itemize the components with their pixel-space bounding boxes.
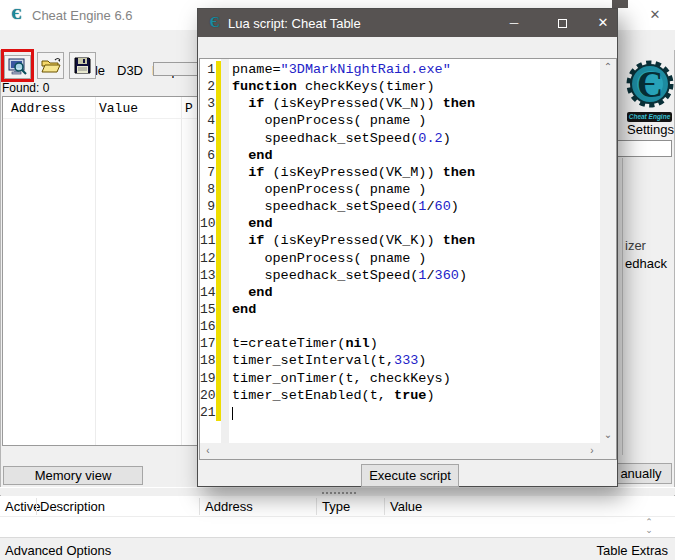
code-text[interactable]: function checkKeys(timer) <box>229 78 435 95</box>
enable-speedhack-label-fragment[interactable]: edhack <box>625 256 667 271</box>
editor-line[interactable]: 15end <box>200 301 599 318</box>
line-number: 14 <box>200 284 216 301</box>
table-scroll-arrows[interactable]: ⌃⌄ <box>643 518 655 534</box>
add-address-manually-button-partial[interactable]: anually <box>610 463 672 484</box>
editor-line[interactable]: 19timer_onTimer(t, checkKeys) <box>200 370 599 387</box>
select-process-button[interactable] <box>4 55 31 79</box>
splitter-grip-dots[interactable] <box>322 492 356 494</box>
editor-horizontal-scrollbar[interactable]: ‹ › <box>200 443 600 459</box>
cheat-table-list[interactable] <box>0 517 675 537</box>
gutter-gap <box>221 352 229 369</box>
scroll-left-icon[interactable]: ‹ <box>200 443 216 459</box>
ct-header-description[interactable]: Description <box>40 499 105 514</box>
line-number: 17 <box>200 335 216 352</box>
line-number: 18 <box>200 352 216 369</box>
editor-line[interactable]: 9 speedhack_setSpeed(1/60) <box>200 198 599 215</box>
line-number: 5 <box>200 130 216 147</box>
editor-line[interactable]: 7 if (isKeyPressed(VK_M)) then <box>200 164 599 181</box>
editor-line[interactable]: 4 openProcess( pname ) <box>200 112 599 129</box>
panel-splitter[interactable] <box>0 487 675 495</box>
code-text[interactable]: speedhack_setSpeed(1/60) <box>229 198 459 215</box>
editor-line[interactable]: 14 end <box>200 284 599 301</box>
code-text[interactable]: pname="3DMarkNightRaid.exe" <box>229 61 451 78</box>
editor-line[interactable]: 1pname="3DMarkNightRaid.exe" <box>200 61 599 78</box>
column-divider <box>36 498 37 515</box>
code-text[interactable]: t=createTimer(nil) <box>229 335 378 352</box>
code-text[interactable]: speedhack_setSpeed(1/360) <box>229 267 467 284</box>
gutter-gap <box>221 284 229 301</box>
line-number: 4 <box>200 112 216 129</box>
gutter-gap <box>221 95 229 112</box>
editor-line[interactable]: 20timer_setEnabled(t, true) <box>200 387 599 404</box>
open-folder-icon <box>41 57 61 74</box>
code-text[interactable]: openProcess( pname ) <box>229 250 426 267</box>
editor-line[interactable]: 3 if (isKeyPressed(VK_N)) then <box>200 95 599 112</box>
editor-line[interactable]: 11 if (isKeyPressed(VK_K)) then <box>200 232 599 249</box>
gutter-gap <box>221 112 229 129</box>
table-extras-link[interactable]: Table Extras <box>596 543 668 558</box>
code-text[interactable]: timer_onTimer(t, checkKeys) <box>229 370 451 387</box>
code-text[interactable]: openProcess( pname ) <box>229 112 426 129</box>
lua-maximize-button[interactable] <box>541 9 583 37</box>
found-header-address[interactable]: Address <box>11 101 66 116</box>
editor-lines[interactable]: 1pname="3DMarkNightRaid.exe"2function ch… <box>200 61 599 443</box>
editor-line[interactable]: 18timer_setInterval(t,333) <box>200 352 599 369</box>
code-text[interactable]: end <box>229 284 273 301</box>
editor-line[interactable]: 10 end <box>200 215 599 232</box>
editor-line[interactable]: 6 end <box>200 147 599 164</box>
save-cheat-table-button[interactable] <box>69 52 96 79</box>
memory-view-button[interactable]: Memory view <box>3 466 143 485</box>
editor-line[interactable]: 13 speedhack_setSpeed(1/360) <box>200 267 599 284</box>
open-cheat-table-button[interactable] <box>37 52 64 79</box>
code-text[interactable]: if (isKeyPressed(VK_M)) then <box>229 164 475 181</box>
scrollbar-corner <box>600 443 616 459</box>
code-text[interactable] <box>229 404 233 421</box>
lua-minimize-button[interactable]: ─ <box>493 9 535 37</box>
code-text[interactable]: if (isKeyPressed(VK_K)) then <box>229 232 475 249</box>
main-close-button[interactable]: ✕ <box>640 4 670 26</box>
select-process-icon <box>8 58 27 76</box>
ct-header-type[interactable]: Type <box>322 499 350 514</box>
line-number: 10 <box>200 215 216 232</box>
background-window-fragment <box>612 0 628 8</box>
found-header-previous[interactable]: P <box>185 101 193 116</box>
code-text[interactable]: timer_setInterval(t,333) <box>229 352 426 369</box>
unrandomizer-label-fragment[interactable]: izer <box>625 238 646 253</box>
editor-line[interactable]: 8 openProcess( pname ) <box>200 181 599 198</box>
editor-line[interactable]: 5 speedhack_setSpeed(0.2) <box>200 130 599 147</box>
scroll-up-icon[interactable]: ⌃ <box>600 59 616 75</box>
gutter-gap <box>221 301 229 318</box>
code-text[interactable]: end <box>229 301 256 318</box>
editor-line[interactable]: 21 <box>200 404 599 421</box>
execute-script-button[interactable]: Execute script <box>361 464 459 487</box>
found-header-value[interactable]: Value <box>99 101 138 116</box>
lua-close-button[interactable]: ✕ <box>588 9 618 37</box>
code-text[interactable]: end <box>229 215 273 232</box>
svg-text:Є: Є <box>637 63 663 105</box>
editor-line[interactable]: 2function checkKeys(timer) <box>200 78 599 95</box>
editor-line[interactable]: 12 openProcess( pname ) <box>200 250 599 267</box>
settings-link[interactable]: Settings <box>627 122 674 137</box>
scroll-right-icon[interactable]: › <box>584 443 600 459</box>
ct-header-address[interactable]: Address <box>205 499 253 514</box>
code-text[interactable]: speedhack_setSpeed(0.2) <box>229 130 451 147</box>
menu-d3d[interactable]: D3D <box>117 63 143 78</box>
code-text[interactable]: if (isKeyPressed(VK_N)) then <box>229 95 475 112</box>
advanced-options-link[interactable]: Advanced Options <box>5 543 111 558</box>
code-text[interactable] <box>229 318 232 335</box>
footer-bar: Advanced Options Table Extras <box>0 537 675 560</box>
column-divider <box>95 97 96 445</box>
code-text[interactable]: end <box>229 147 273 164</box>
gutter-gap <box>221 181 229 198</box>
editor-line[interactable]: 17t=createTimer(nil) <box>200 335 599 352</box>
lua-code-editor[interactable]: 1pname="3DMarkNightRaid.exe"2function ch… <box>199 58 617 460</box>
scroll-down-icon[interactable]: ⌄ <box>600 427 616 443</box>
editor-vertical-scrollbar[interactable]: ⌃ ⌄ <box>600 59 616 443</box>
code-text[interactable]: openProcess( pname ) <box>229 181 426 198</box>
code-text[interactable]: timer_setEnabled(t, true) <box>229 387 435 404</box>
editor-line[interactable]: 16 <box>200 318 599 335</box>
cheat-engine-main-window: Є Cheat Engine 6.6 ✕ File Edit Table D3D… <box>0 0 675 560</box>
line-number: 6 <box>200 147 216 164</box>
ct-header-value[interactable]: Value <box>390 499 422 514</box>
lua-titlebar[interactable]: Є Lua script: Cheat Table ─ ✕ <box>198 9 617 37</box>
